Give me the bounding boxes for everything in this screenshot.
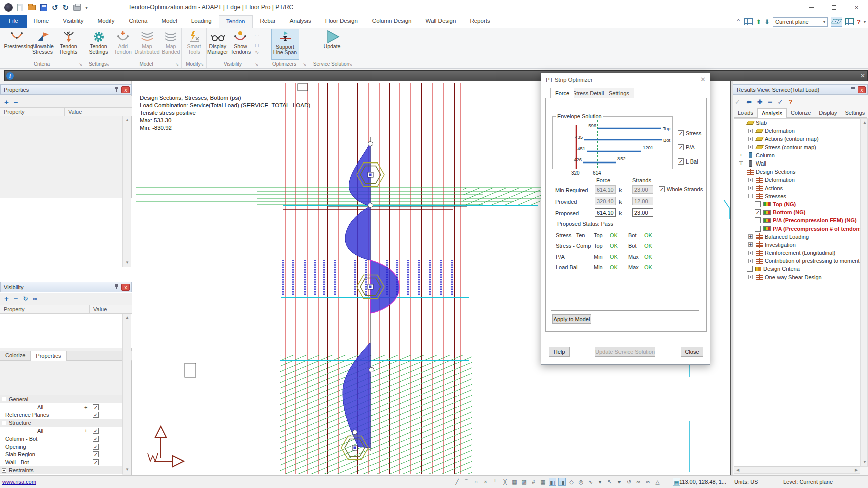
- add-icon[interactable]: ✚: [757, 98, 763, 106]
- print-icon[interactable]: [73, 5, 81, 11]
- tree-item[interactable]: +Actions (contour map): [734, 135, 860, 143]
- save-icon[interactable]: [40, 4, 47, 11]
- provided-strands-field[interactable]: [632, 197, 653, 205]
- plane-view-icon[interactable]: [831, 17, 842, 27]
- scroll-down-icon[interactable]: ▼: [861, 458, 868, 466]
- result-checkbox[interactable]: [755, 217, 761, 223]
- visibility-item[interactable]: Slab Region: [0, 451, 122, 459]
- visibility-item[interactable]: All+: [0, 427, 122, 435]
- draw-circle-icon[interactable]: ○: [472, 478, 480, 486]
- visibility-checkbox[interactable]: [93, 412, 99, 418]
- option-checkbox-lbal[interactable]: L Bal: [678, 158, 698, 165]
- visibility-item[interactable]: Opening: [0, 443, 122, 451]
- mirror-icon[interactable]: ╳: [501, 478, 509, 486]
- tree-item[interactable]: +Wall: [734, 159, 860, 168]
- results-tab-loads[interactable]: Loads: [734, 108, 757, 118]
- expander-icon[interactable]: +: [748, 178, 753, 182]
- scroll-right-icon[interactable]: ▶: [853, 467, 860, 473]
- tendon-settings-button[interactable]: Tendon Settings: [86, 29, 111, 60]
- add-icon[interactable]: +: [4, 99, 9, 106]
- expander-icon[interactable]: +: [748, 186, 753, 190]
- tree-item[interactable]: −Design Sections: [734, 168, 860, 176]
- tree-item[interactable]: P/A (Precompression # of tendons): [734, 224, 860, 232]
- tab-colorize[interactable]: Colorize: [0, 351, 31, 361]
- proposed-force-field[interactable]: [595, 208, 616, 217]
- dialog-launcher-icon[interactable]: ↘: [303, 62, 306, 67]
- show-tendons-button[interactable]: Show Tendons: [230, 29, 252, 60]
- tab-properties[interactable]: Properties: [31, 351, 66, 361]
- risa-home-link[interactable]: www.risa.com: [2, 479, 36, 485]
- tree-item[interactable]: +One-way Shear Design: [734, 273, 860, 281]
- collapse-ribbon-icon[interactable]: ⌃: [736, 18, 741, 25]
- scroll-left-icon[interactable]: ◀: [734, 467, 741, 473]
- refresh-icon[interactable]: ↻: [23, 295, 28, 302]
- spline-icon[interactable]: ∿: [587, 478, 594, 486]
- ribbon-tab-home[interactable]: Home: [27, 15, 56, 28]
- scroll-down-icon[interactable]: ▼: [123, 259, 131, 267]
- visibility-scrollbar[interactable]: ▲ ▼: [122, 314, 131, 474]
- expander-icon[interactable]: +: [748, 259, 753, 263]
- visibility-checkbox[interactable]: [93, 436, 99, 442]
- results-tab-colorize[interactable]: Colorize: [787, 108, 815, 118]
- grid-icon[interactable]: ▦: [511, 478, 518, 486]
- expander-icon[interactable]: −: [748, 194, 753, 198]
- visibility-section[interactable]: −Structure: [0, 419, 122, 427]
- tree-item[interactable]: +Deformation: [734, 176, 860, 184]
- help-menu-icon[interactable]: ▾: [864, 20, 866, 24]
- expander-icon[interactable]: −: [739, 121, 743, 125]
- undo-icon[interactable]: ↺: [52, 4, 58, 11]
- expander-icon[interactable]: +: [748, 234, 753, 239]
- dialog-title-bar[interactable]: PT Strip Optimizer ✕: [541, 73, 710, 86]
- result-checkbox[interactable]: [755, 209, 761, 215]
- expander-icon[interactable]: +: [748, 275, 753, 279]
- level-indicator[interactable]: Level: Current plane: [783, 479, 833, 485]
- result-checkbox[interactable]: [747, 266, 753, 272]
- option-checkbox-stress[interactable]: Stress: [678, 130, 701, 136]
- preview-glasses-icon[interactable]: ∞: [33, 295, 38, 302]
- mini-tool-icon[interactable]: ◻: [253, 42, 261, 48]
- visibility-item[interactable]: Wall - Bot: [0, 458, 122, 466]
- properties-list[interactable]: [0, 198, 132, 348]
- expander-icon[interactable]: +: [748, 137, 753, 141]
- tree-item[interactable]: −Stresses: [734, 192, 860, 200]
- visibility-checkbox[interactable]: [93, 428, 99, 434]
- tendon-heights-button[interactable]: Tendon Heights: [56, 29, 81, 60]
- display-manager-button[interactable]: Display Manager: [207, 29, 229, 60]
- proposed-strands-field[interactable]: [632, 208, 653, 217]
- properties-scrollbar[interactable]: ▲ ▼: [122, 116, 131, 267]
- dialog-launcher-icon[interactable]: ↘: [106, 62, 109, 67]
- expand-plus-icon[interactable]: +: [84, 428, 87, 434]
- visibility-checkbox[interactable]: [93, 459, 99, 465]
- dialog-close-icon[interactable]: ✕: [700, 76, 706, 83]
- rotate-view-icon[interactable]: ↺: [625, 478, 633, 486]
- remove-icon[interactable]: −: [14, 99, 18, 106]
- view-solid-icon[interactable]: ◧: [549, 478, 556, 486]
- support-line-span-button[interactable]: Support Line Span: [271, 29, 299, 60]
- validate-icon[interactable]: ✓: [778, 98, 783, 106]
- help-icon[interactable]: ?: [857, 18, 861, 26]
- visibility-item[interactable]: Reference Planes: [0, 411, 122, 419]
- remove-icon[interactable]: ━: [768, 98, 772, 106]
- units-indicator[interactable]: Units: US: [734, 479, 758, 485]
- whole-strands-checkbox[interactable]: Whole Strands: [659, 186, 703, 192]
- plane-up-icon[interactable]: ⬆: [756, 18, 761, 26]
- map-distributed-button[interactable]: Map Distributed: [135, 29, 160, 60]
- tree-item[interactable]: +Investigation: [734, 241, 860, 249]
- provided-force-field[interactable]: [595, 197, 616, 205]
- ribbon-tab-file[interactable]: File: [0, 15, 27, 28]
- visibility-section[interactable]: −General: [0, 395, 122, 403]
- min-required-force-field[interactable]: [595, 185, 616, 194]
- collapse-icon[interactable]: −: [2, 421, 6, 425]
- visibility-item[interactable]: All+: [0, 403, 122, 411]
- draw-line-icon[interactable]: ╱: [453, 478, 461, 486]
- ribbon-tab-reports[interactable]: Reports: [463, 15, 497, 28]
- diamond-icon[interactable]: ◇: [568, 478, 575, 486]
- tree-item[interactable]: +Column: [734, 151, 860, 159]
- prestressing-button[interactable]: Prestressing: [4, 29, 29, 60]
- expander-icon[interactable]: +: [748, 251, 753, 255]
- visibility-item[interactable]: Column - Bot: [0, 435, 122, 443]
- collapse-icon[interactable]: −: [2, 397, 6, 401]
- pick-menu-icon[interactable]: ▾: [615, 478, 623, 486]
- snap-grid-icon[interactable]: ▦: [539, 478, 547, 486]
- result-checkbox[interactable]: [755, 201, 761, 207]
